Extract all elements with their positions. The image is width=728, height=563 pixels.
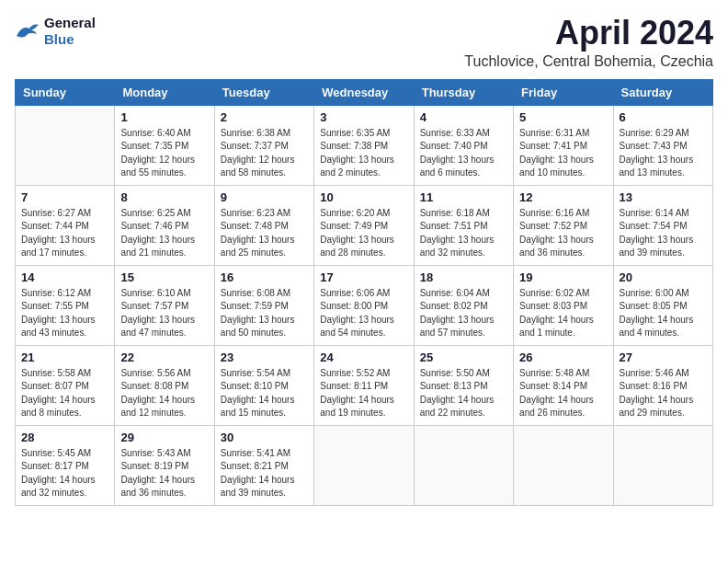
calendar-cell: 27Sunrise: 5:46 AM Sunset: 8:16 PM Dayli… [613,345,712,425]
day-number: 13 [620,190,707,204]
day-number: 27 [620,350,707,364]
calendar-week-row: 21Sunrise: 5:58 AM Sunset: 8:07 PM Dayli… [16,345,713,425]
day-number: 25 [420,350,507,364]
day-number: 17 [320,270,407,284]
day-number: 18 [420,270,507,284]
day-info: Sunrise: 5:56 AM Sunset: 8:08 PM Dayligh… [120,367,208,420]
calendar-cell: 14Sunrise: 6:12 AM Sunset: 7:55 PM Dayli… [16,265,115,345]
calendar-cell: 9Sunrise: 6:23 AM Sunset: 7:48 PM Daylig… [214,185,313,265]
day-number: 23 [221,350,308,364]
logo-text: General Blue [44,15,96,48]
calendar-cell: 18Sunrise: 6:04 AM Sunset: 8:02 PM Dayli… [414,265,513,345]
calendar-cell: 26Sunrise: 5:48 AM Sunset: 8:14 PM Dayli… [514,345,613,425]
calendar-cell: 1Sunrise: 6:40 AM Sunset: 7:35 PM Daylig… [115,105,214,185]
weekday-header-wednesday: Wednesday [314,79,414,105]
day-info: Sunrise: 6:40 AM Sunset: 7:35 PM Dayligh… [120,127,208,180]
day-number: 9 [221,190,308,204]
day-info: Sunrise: 6:00 AM Sunset: 8:05 PM Dayligh… [620,287,707,340]
calendar-cell: 11Sunrise: 6:18 AM Sunset: 7:51 PM Dayli… [414,185,513,265]
day-number: 6 [620,110,707,124]
day-info: Sunrise: 6:14 AM Sunset: 7:54 PM Dayligh… [620,207,707,260]
calendar-cell: 25Sunrise: 5:50 AM Sunset: 8:13 PM Dayli… [414,345,513,425]
day-number: 30 [221,431,308,444]
calendar-cell [514,425,613,505]
day-info: Sunrise: 6:35 AM Sunset: 7:38 PM Dayligh… [320,127,407,180]
calendar-cell: 12Sunrise: 6:16 AM Sunset: 7:52 PM Dayli… [514,185,613,265]
day-info: Sunrise: 6:02 AM Sunset: 8:03 PM Dayligh… [519,287,607,340]
day-number: 11 [420,190,507,204]
calendar-cell: 29Sunrise: 5:43 AM Sunset: 8:19 PM Dayli… [115,425,214,505]
calendar-cell: 30Sunrise: 5:41 AM Sunset: 8:21 PM Dayli… [214,425,313,505]
weekday-header-friday: Friday [514,79,613,105]
calendar-cell: 24Sunrise: 5:52 AM Sunset: 8:11 PM Dayli… [314,345,414,425]
calendar-cell: 16Sunrise: 6:08 AM Sunset: 7:59 PM Dayli… [214,265,313,345]
calendar-cell: 15Sunrise: 6:10 AM Sunset: 7:57 PM Dayli… [115,265,214,345]
calendar-cell: 7Sunrise: 6:27 AM Sunset: 7:44 PM Daylig… [16,185,115,265]
calendar-week-row: 1Sunrise: 6:40 AM Sunset: 7:35 PM Daylig… [16,105,713,185]
day-info: Sunrise: 5:58 AM Sunset: 8:07 PM Dayligh… [21,367,108,420]
calendar-cell [414,425,513,505]
calendar-week-row: 14Sunrise: 6:12 AM Sunset: 7:55 PM Dayli… [16,265,713,345]
day-number: 28 [21,431,108,444]
calendar-cell [613,425,712,505]
weekday-header-monday: Monday [115,79,214,105]
day-info: Sunrise: 5:46 AM Sunset: 8:16 PM Dayligh… [620,367,707,420]
weekday-header-tuesday: Tuesday [214,79,313,105]
day-info: Sunrise: 6:18 AM Sunset: 7:51 PM Dayligh… [420,207,507,260]
day-info: Sunrise: 5:45 AM Sunset: 8:17 PM Dayligh… [21,447,108,500]
calendar-cell: 20Sunrise: 6:00 AM Sunset: 8:05 PM Dayli… [613,265,712,345]
calendar-cell: 6Sunrise: 6:29 AM Sunset: 7:43 PM Daylig… [613,105,712,185]
day-number: 29 [120,431,208,444]
day-number: 21 [21,350,108,364]
logo-bird-icon [15,21,40,41]
weekday-header-saturday: Saturday [613,79,712,105]
month-title: April 2024 [464,15,713,52]
calendar-cell: 28Sunrise: 5:45 AM Sunset: 8:17 PM Dayli… [16,425,115,505]
day-number: 8 [120,190,208,204]
weekday-header-thursday: Thursday [414,79,513,105]
day-info: Sunrise: 5:54 AM Sunset: 8:10 PM Dayligh… [221,367,308,420]
day-info: Sunrise: 6:04 AM Sunset: 8:02 PM Dayligh… [420,287,507,340]
calendar-table: SundayMondayTuesdayWednesdayThursdayFrid… [15,79,713,506]
day-info: Sunrise: 6:12 AM Sunset: 7:55 PM Dayligh… [21,287,108,340]
calendar-cell [314,425,414,505]
calendar-week-row: 7Sunrise: 6:27 AM Sunset: 7:44 PM Daylig… [16,185,713,265]
calendar-cell: 23Sunrise: 5:54 AM Sunset: 8:10 PM Dayli… [214,345,313,425]
calendar-cell: 10Sunrise: 6:20 AM Sunset: 7:49 PM Dayli… [314,185,414,265]
weekday-header-sunday: Sunday [16,79,115,105]
day-number: 4 [420,110,507,124]
day-number: 16 [221,270,308,284]
calendar-cell [16,105,115,185]
day-info: Sunrise: 5:43 AM Sunset: 8:19 PM Dayligh… [120,447,208,500]
calendar-cell: 13Sunrise: 6:14 AM Sunset: 7:54 PM Dayli… [613,185,712,265]
day-info: Sunrise: 5:48 AM Sunset: 8:14 PM Dayligh… [519,367,607,420]
day-number: 26 [519,350,607,364]
day-number: 3 [320,110,407,124]
day-number: 14 [21,270,108,284]
day-info: Sunrise: 6:08 AM Sunset: 7:59 PM Dayligh… [221,287,308,340]
calendar-cell: 3Sunrise: 6:35 AM Sunset: 7:38 PM Daylig… [314,105,414,185]
day-number: 10 [320,190,407,204]
calendar-week-row: 28Sunrise: 5:45 AM Sunset: 8:17 PM Dayli… [16,425,713,505]
calendar-cell: 8Sunrise: 6:25 AM Sunset: 7:46 PM Daylig… [115,185,214,265]
day-number: 22 [120,350,208,364]
day-number: 5 [519,110,607,124]
day-number: 7 [21,190,108,204]
calendar-cell: 4Sunrise: 6:33 AM Sunset: 7:40 PM Daylig… [414,105,513,185]
day-info: Sunrise: 5:41 AM Sunset: 8:21 PM Dayligh… [221,447,308,500]
day-info: Sunrise: 6:06 AM Sunset: 8:00 PM Dayligh… [320,287,407,340]
day-info: Sunrise: 6:38 AM Sunset: 7:37 PM Dayligh… [221,127,308,180]
weekday-header-row: SundayMondayTuesdayWednesdayThursdayFrid… [16,79,713,105]
title-block: April 2024 Tuchlovice, Central Bohemia, … [464,15,713,70]
calendar-cell: 5Sunrise: 6:31 AM Sunset: 7:41 PM Daylig… [514,105,613,185]
day-number: 15 [120,270,208,284]
day-info: Sunrise: 6:25 AM Sunset: 7:46 PM Dayligh… [120,207,208,260]
day-info: Sunrise: 5:52 AM Sunset: 8:11 PM Dayligh… [320,367,407,420]
header: General Blue April 2024 Tuchlovice, Cent… [15,15,713,70]
calendar-cell: 17Sunrise: 6:06 AM Sunset: 8:00 PM Dayli… [314,265,414,345]
day-info: Sunrise: 6:27 AM Sunset: 7:44 PM Dayligh… [21,207,108,260]
day-info: Sunrise: 6:20 AM Sunset: 7:49 PM Dayligh… [320,207,407,260]
calendar-cell: 2Sunrise: 6:38 AM Sunset: 7:37 PM Daylig… [214,105,313,185]
day-info: Sunrise: 5:50 AM Sunset: 8:13 PM Dayligh… [420,367,507,420]
day-number: 24 [320,350,407,364]
